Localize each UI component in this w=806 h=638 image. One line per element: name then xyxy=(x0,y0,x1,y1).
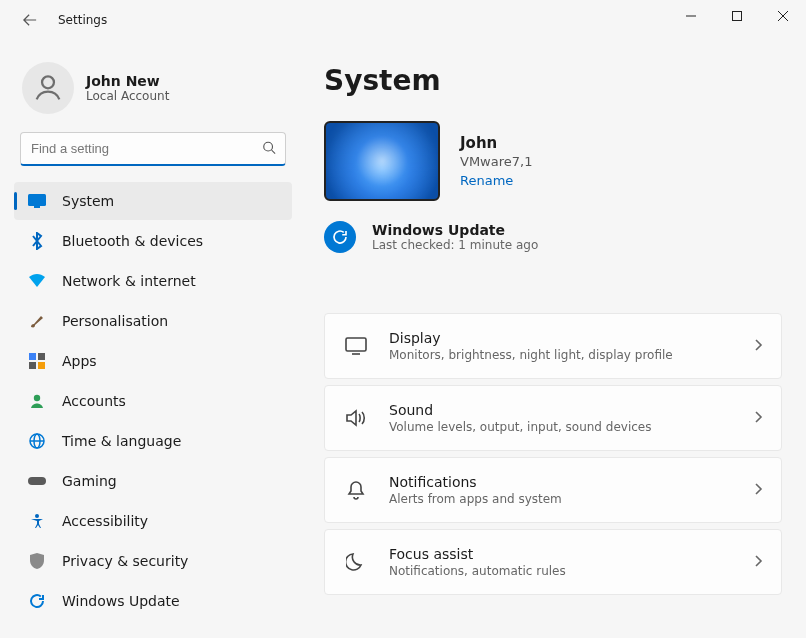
card-desc: Notifications, automatic rules xyxy=(389,564,753,578)
profile-sub: Local Account xyxy=(86,89,169,103)
sidebar-item-network-internet[interactable]: Network & internet xyxy=(14,262,292,300)
sidebar-item-label: Time & language xyxy=(62,433,181,449)
minimize-icon xyxy=(686,11,696,21)
card-sound[interactable]: Sound Volume levels, output, input, soun… xyxy=(324,385,782,451)
sidebar-item-label: Personalisation xyxy=(62,313,168,329)
search-input[interactable] xyxy=(20,132,286,166)
svg-point-5 xyxy=(264,142,273,151)
gamepad-icon xyxy=(28,472,46,490)
back-arrow-icon xyxy=(23,13,37,27)
card-display[interactable]: Display Monitors, brightness, night ligh… xyxy=(324,313,782,379)
sidebar-item-label: Apps xyxy=(62,353,97,369)
profile-texts: John New Local Account xyxy=(86,73,169,103)
card-desc: Alerts from apps and system xyxy=(389,492,753,506)
maximize-button[interactable] xyxy=(714,0,760,32)
sidebar-item-label: System xyxy=(62,193,114,209)
sidebar-item-label: Windows Update xyxy=(62,593,180,609)
window-title: Settings xyxy=(58,13,107,27)
close-button[interactable] xyxy=(760,0,806,32)
svg-point-18 xyxy=(35,514,39,518)
svg-rect-9 xyxy=(29,353,36,360)
card-desc: Volume levels, output, input, sound devi… xyxy=(389,420,753,434)
sidebar-item-personalisation[interactable]: Personalisation xyxy=(14,302,292,340)
search-wrap xyxy=(20,132,286,166)
sidebar-item-privacy-security[interactable]: Privacy & security xyxy=(14,542,292,580)
back-button[interactable] xyxy=(16,6,44,34)
person-icon xyxy=(28,392,46,410)
sidebar-item-accounts[interactable]: Accounts xyxy=(14,382,292,420)
wifi-icon xyxy=(28,272,46,290)
card-texts: Focus assist Notifications, automatic ru… xyxy=(389,546,753,578)
brush-icon xyxy=(28,312,46,330)
windows-update-icon xyxy=(324,221,356,253)
windows-update-title: Windows Update xyxy=(372,222,538,238)
card-title: Display xyxy=(389,330,753,346)
main: System John VMware7,1 Rename Windows Upd… xyxy=(300,40,806,638)
sidebar-item-system[interactable]: System xyxy=(14,182,292,220)
globe-icon xyxy=(28,432,46,450)
sidebar-item-accessibility[interactable]: Accessibility xyxy=(14,502,292,540)
minimize-button[interactable] xyxy=(668,0,714,32)
device-row: John VMware7,1 Rename xyxy=(324,121,782,201)
card-title: Notifications xyxy=(389,474,753,490)
svg-rect-10 xyxy=(38,353,45,360)
sidebar-item-label: Privacy & security xyxy=(62,553,188,569)
titlebar: Settings xyxy=(0,0,806,40)
maximize-icon xyxy=(732,11,742,21)
shield-icon xyxy=(28,552,46,570)
accessibility-icon xyxy=(28,512,46,530)
card-texts: Display Monitors, brightness, night ligh… xyxy=(389,330,753,362)
device-name: John xyxy=(460,134,532,152)
windows-update-row[interactable]: Windows Update Last checked: 1 minute ag… xyxy=(324,221,782,253)
body: John New Local Account System Bluetooth … xyxy=(0,40,806,638)
card-notifications[interactable]: Notifications Alerts from apps and syste… xyxy=(324,457,782,523)
svg-rect-17 xyxy=(28,477,46,485)
sidebar-item-bluetooth-devices[interactable]: Bluetooth & devices xyxy=(14,222,292,260)
card-texts: Sound Volume levels, output, input, soun… xyxy=(389,402,753,434)
sidebar-item-label: Gaming xyxy=(62,473,117,489)
device-model: VMware7,1 xyxy=(460,154,532,169)
svg-rect-12 xyxy=(38,362,45,369)
chevron-right-icon xyxy=(753,337,763,356)
card-texts: Notifications Alerts from apps and syste… xyxy=(389,474,753,506)
svg-point-4 xyxy=(42,76,54,88)
card-desc: Monitors, brightness, night light, displ… xyxy=(389,348,753,362)
card-focus-assist[interactable]: Focus assist Notifications, automatic ru… xyxy=(324,529,782,595)
rename-link[interactable]: Rename xyxy=(460,173,513,188)
svg-rect-19 xyxy=(346,338,366,351)
chevron-right-icon xyxy=(753,481,763,500)
system-icon xyxy=(28,192,46,210)
search-icon xyxy=(262,140,276,159)
windows-update-last-checked: Last checked: 1 minute ago xyxy=(372,238,538,252)
svg-rect-8 xyxy=(34,206,40,208)
person-icon xyxy=(31,71,65,105)
card-title: Sound xyxy=(389,402,753,418)
page-title: System xyxy=(324,64,782,97)
moon-icon xyxy=(343,552,369,572)
svg-rect-7 xyxy=(28,194,46,206)
sidebar-item-label: Accounts xyxy=(62,393,126,409)
sidebar-item-windows-update[interactable]: Windows Update xyxy=(14,582,292,620)
sound-icon xyxy=(343,409,369,427)
avatar xyxy=(22,62,74,114)
settings-window: Settings John New Local Account xyxy=(0,0,806,638)
svg-point-13 xyxy=(34,395,40,401)
svg-rect-11 xyxy=(29,362,36,369)
sidebar-item-gaming[interactable]: Gaming xyxy=(14,462,292,500)
sidebar-item-label: Network & internet xyxy=(62,273,196,289)
device-info: John VMware7,1 Rename xyxy=(460,134,532,189)
close-icon xyxy=(778,11,788,21)
windows-update-texts: Windows Update Last checked: 1 minute ag… xyxy=(372,222,538,252)
svg-rect-1 xyxy=(733,12,742,21)
svg-line-6 xyxy=(272,150,276,154)
sidebar-item-time-language[interactable]: Time & language xyxy=(14,422,292,460)
profile-name: John New xyxy=(86,73,169,89)
profile-block[interactable]: John New Local Account xyxy=(14,56,292,132)
sidebar: John New Local Account System Bluetooth … xyxy=(0,40,300,638)
sidebar-item-label: Bluetooth & devices xyxy=(62,233,203,249)
bell-icon xyxy=(343,480,369,500)
chevron-right-icon xyxy=(753,409,763,428)
device-thumbnail xyxy=(324,121,440,201)
card-title: Focus assist xyxy=(389,546,753,562)
sidebar-item-apps[interactable]: Apps xyxy=(14,342,292,380)
